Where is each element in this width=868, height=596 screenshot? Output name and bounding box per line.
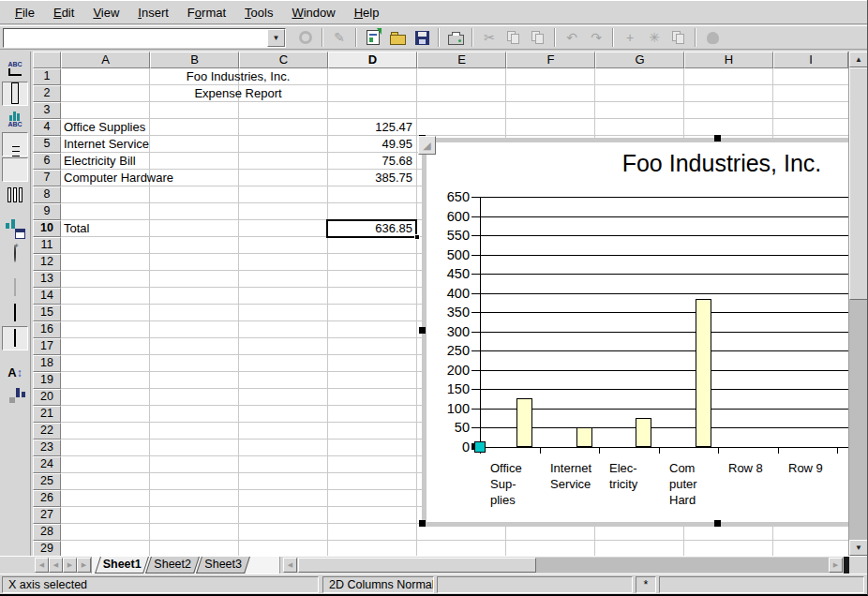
chart-bar-computer-hard[interactable] xyxy=(696,299,711,447)
row-header-29[interactable]: 29 xyxy=(33,541,61,556)
menu-window[interactable]: Window xyxy=(282,3,344,22)
chart-bar-electricity[interactable] xyxy=(636,418,651,447)
menu-help[interactable]: Help xyxy=(345,3,389,22)
column-header-C[interactable]: C xyxy=(239,52,328,68)
chart-text-labels-icon[interactable]: ABC xyxy=(2,56,28,81)
chart-bar-internet-service[interactable] xyxy=(576,427,592,447)
cell-A6[interactable]: Electricity Bill xyxy=(61,153,183,170)
sheet-tab-sheet3[interactable]: Sheet3 xyxy=(196,557,250,574)
select-all-corner[interactable] xyxy=(33,52,61,68)
horizontal-scroll-track[interactable] xyxy=(536,558,829,573)
xaxis-selection-handle[interactable] xyxy=(474,441,486,453)
pie-chart-wizard-icon[interactable]: ✦ xyxy=(2,242,28,266)
selected-cell-border[interactable] xyxy=(326,219,417,238)
chart-title[interactable]: Foo Industries, Inc. xyxy=(622,150,822,177)
menu-insert[interactable]: Insert xyxy=(128,3,178,22)
scroll-right-icon[interactable]: ▶ xyxy=(829,558,843,573)
menu-file[interactable]: File xyxy=(6,3,44,22)
row-header-6[interactable]: 6 xyxy=(33,153,61,170)
column-header-I[interactable]: I xyxy=(773,52,848,68)
row-header-1[interactable]: 1 xyxy=(33,68,61,85)
row-header-27[interactable]: 27 xyxy=(33,507,61,524)
tab-nav-first[interactable]: ◀ xyxy=(35,558,49,573)
cell-D5[interactable]: 49.95 xyxy=(328,136,415,153)
scroll-up-icon[interactable]: ▲ xyxy=(849,52,868,67)
chart-handle-midleft[interactable] xyxy=(419,327,426,334)
row-header-11[interactable]: 11 xyxy=(33,237,61,254)
row-header-23[interactable]: 23 xyxy=(33,440,61,456)
column-header-B[interactable]: B xyxy=(150,52,239,68)
data-by-columns-icon[interactable] xyxy=(2,301,28,325)
row-header-19[interactable]: 19 xyxy=(33,372,61,389)
combobox-dropdown-icon[interactable]: ▼ xyxy=(267,29,285,47)
open-icon[interactable] xyxy=(386,27,409,48)
row-header-2[interactable]: 2 xyxy=(33,85,61,102)
chart-data-labels-icon[interactable]: ABC xyxy=(2,107,28,131)
cell-title-row1[interactable]: Foo Industries, Inc. xyxy=(150,68,326,85)
data-header-row-icon[interactable] xyxy=(2,326,28,350)
row-header-14[interactable]: 14 xyxy=(33,288,61,305)
chart-y-axis[interactable] xyxy=(480,197,481,448)
tab-nav-last[interactable]: ▶ xyxy=(77,558,91,573)
row-header-17[interactable]: 17 xyxy=(33,338,61,355)
chart-hgridlines-icon[interactable] xyxy=(2,157,28,182)
chart-axis-icon[interactable] xyxy=(2,132,28,156)
scroll-left-icon[interactable]: ◀ xyxy=(283,558,297,573)
row-header-26[interactable]: 26 xyxy=(33,490,61,507)
tab-nav-prev[interactable]: ◀ xyxy=(49,558,63,573)
chart-vgridlines-icon[interactable] xyxy=(2,183,28,207)
row-header-3[interactable]: 3 xyxy=(33,102,61,119)
row-header-24[interactable]: 24 xyxy=(33,456,61,473)
print-icon[interactable] xyxy=(444,27,467,48)
scroll-down-icon[interactable]: ▼ xyxy=(849,540,868,556)
column-header-H[interactable]: H xyxy=(684,52,773,68)
embedded-chart-object[interactable]: Foo Industries, Inc. 0501001502002503003… xyxy=(422,138,868,527)
mini-chart-icon[interactable] xyxy=(2,385,28,410)
row-header-8[interactable]: 8 xyxy=(33,186,61,203)
vertical-scroll-thumb[interactable] xyxy=(849,67,868,300)
formula-combobox[interactable]: ▼ xyxy=(3,28,286,48)
menu-format[interactable]: Format xyxy=(178,3,235,22)
cell-title-row2[interactable]: Expense Report xyxy=(150,85,326,102)
cell-D4[interactable]: 125.47 xyxy=(328,119,415,136)
cell-A10[interactable]: Total xyxy=(61,220,148,237)
formula-combobox-entry[interactable] xyxy=(4,29,267,47)
row-header-22[interactable]: 22 xyxy=(33,423,61,440)
row-header-18[interactable]: 18 xyxy=(33,355,61,372)
row-header-12[interactable]: 12 xyxy=(33,254,61,271)
menu-tools[interactable]: Tools xyxy=(235,3,282,22)
column-header-F[interactable]: F xyxy=(506,52,595,68)
row-header-4[interactable]: 4 xyxy=(33,119,61,136)
row-header-16[interactable]: 16 xyxy=(33,321,61,338)
menu-view[interactable]: View xyxy=(83,3,128,22)
chart-bar-office-supplies[interactable] xyxy=(516,398,532,447)
chart-handle-bottommid[interactable] xyxy=(714,520,721,527)
tab-nav-next[interactable]: ▶ xyxy=(63,558,77,573)
row-header-5[interactable]: 5 xyxy=(33,136,61,153)
sheet-tab-sheet1[interactable]: Sheet1 xyxy=(95,557,149,574)
horizontal-scroll-thumb[interactable] xyxy=(298,558,536,573)
chart-legend-icon[interactable] xyxy=(2,82,28,106)
row-header-20[interactable]: 20 xyxy=(33,389,61,406)
cell-A4[interactable]: Office Supplies xyxy=(61,119,183,136)
row-header-21[interactable]: 21 xyxy=(33,406,61,423)
column-header-A[interactable]: A xyxy=(61,52,150,68)
vertical-scrollbar[interactable]: ▲ ▼ xyxy=(848,52,868,556)
cell-D6[interactable]: 75.68 xyxy=(328,153,415,170)
font-size-icon[interactable]: A↕ xyxy=(2,360,28,384)
row-header-25[interactable]: 25 xyxy=(33,473,61,490)
chart-handle-bottomleft[interactable] xyxy=(419,520,426,527)
row-header-7[interactable]: 7 xyxy=(33,170,61,186)
row-header-13[interactable]: 13 xyxy=(33,271,61,288)
cell-D7[interactable]: 385.75 xyxy=(328,170,415,186)
sheet-tab-sheet2[interactable]: Sheet2 xyxy=(145,557,200,574)
chart-handle-topmid[interactable] xyxy=(714,135,721,142)
menu-edit[interactable]: Edit xyxy=(44,3,83,22)
row-header-15[interactable]: 15 xyxy=(33,305,61,321)
save-icon[interactable] xyxy=(411,27,433,48)
row-header-9[interactable]: 9 xyxy=(33,203,61,220)
new-workbook-icon[interactable] xyxy=(362,27,384,48)
column-header-E[interactable]: E xyxy=(417,52,506,68)
row-header-28[interactable]: 28 xyxy=(33,524,61,541)
chart-anchor-button[interactable]: ◢ xyxy=(418,136,436,155)
